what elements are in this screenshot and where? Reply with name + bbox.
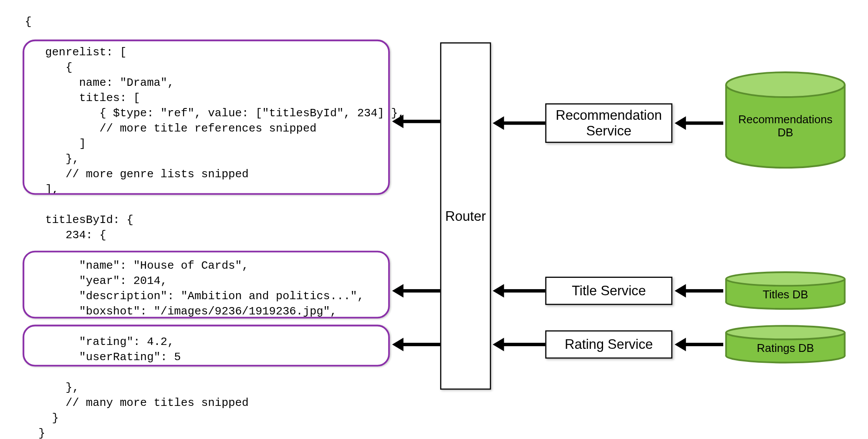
arrow-router-to-title-fields [402, 289, 440, 293]
ratings-db-label: Ratings DB [723, 342, 848, 355]
diagram-canvas: { genrelist: [ { name: "Drama", titles: … [0, 0, 868, 439]
svg-point-14 [726, 326, 844, 339]
arrow-recdb-to-recsvc [685, 122, 723, 125]
ratings-db: Ratings DB [723, 325, 848, 365]
rating-service-box: Rating Service [545, 331, 672, 359]
arrow-titlesvc-to-router [503, 289, 545, 293]
svg-point-9 [726, 272, 844, 286]
title-fields-highlight-box [23, 251, 390, 319]
arrow-router-to-rating-fields [402, 343, 440, 346]
titles-db: Titles DB [723, 271, 848, 311]
arrow-ratingsdb-to-ratingsvc [685, 343, 723, 346]
svg-point-4 [726, 72, 844, 97]
router-label: Router [445, 208, 486, 224]
arrow-recsvc-to-router [503, 122, 545, 125]
recommendation-service-label: Recommendation Service [556, 108, 662, 139]
title-service-box: Title Service [545, 277, 672, 305]
titles-db-label: Titles DB [723, 288, 848, 301]
genrelist-highlight-box [23, 40, 390, 195]
arrow-ratingsvc-to-router [503, 343, 545, 346]
recommendation-service-box: Recommendation Service [545, 103, 672, 143]
recommendations-db: Recommendations DB [723, 71, 848, 169]
rating-fields-highlight-box [23, 325, 390, 367]
arrow-titlesdb-to-titlesvc [685, 289, 723, 293]
router-box: Router [440, 42, 491, 389]
title-service-label: Title Service [572, 283, 646, 299]
recommendations-db-label: Recommendations DB [723, 113, 848, 139]
rating-service-label: Rating Service [565, 337, 653, 352]
arrow-router-to-genrelist [402, 120, 440, 123]
